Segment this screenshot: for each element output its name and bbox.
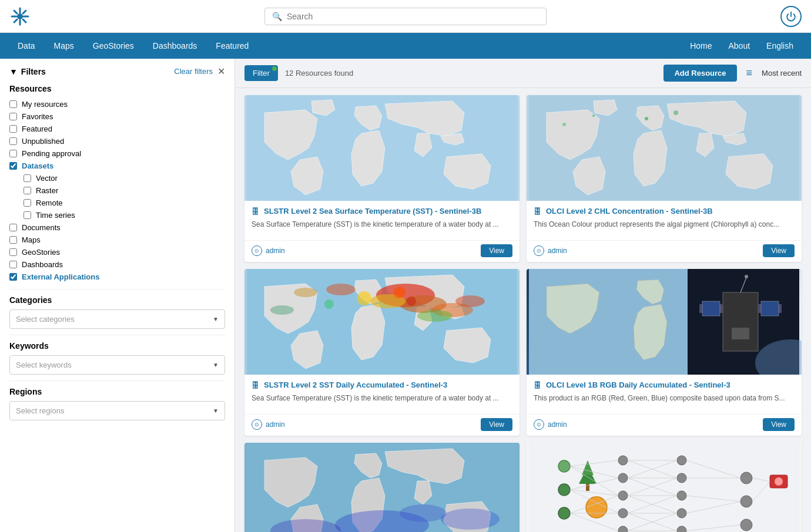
categories-dropdown[interactable]: Select categories ▼ xyxy=(9,309,225,329)
card-author-2: ⊙ admin xyxy=(534,245,567,256)
card-image-1 xyxy=(244,95,520,201)
checkbox-documents[interactable]: Documents xyxy=(9,221,225,234)
svg-point-13 xyxy=(673,110,678,115)
view-button-2[interactable]: View xyxy=(763,244,795,257)
card-image-4 xyxy=(527,269,802,375)
card-title-text-4: OLCI Level 1B RGB Daily Accumulated - Se… xyxy=(546,381,730,389)
filter-icon: ▼ xyxy=(9,67,18,76)
checkbox-time-series[interactable]: Time series xyxy=(24,209,225,221)
checkbox-featured[interactable]: Featured xyxy=(9,123,225,135)
checkbox-pending-approval-input[interactable] xyxy=(9,150,17,157)
svg-point-25 xyxy=(270,305,294,315)
svg-point-48 xyxy=(558,484,570,496)
svg-line-5 xyxy=(14,11,17,14)
checkbox-maps[interactable]: Maps xyxy=(9,234,225,246)
checkbox-remote-input[interactable] xyxy=(24,199,31,207)
search-box[interactable]: 🔍 xyxy=(264,8,547,25)
card-title-1: 🗄 SLSTR Level 2 Sea Surface Temperature … xyxy=(252,207,512,216)
svg-point-28 xyxy=(407,297,416,306)
clear-filters-button[interactable]: Clear filters xyxy=(174,67,213,76)
resources-section-title: Resources xyxy=(9,84,225,93)
checkbox-datasets-input[interactable] xyxy=(9,162,17,170)
checkbox-vector[interactable]: Vector xyxy=(24,172,225,184)
svg-point-55 xyxy=(677,456,686,465)
resource-card-2: 🗄 OLCI Level 2 CHL Concentration - Senti… xyxy=(527,95,802,262)
svg-point-26 xyxy=(357,291,371,305)
svg-point-47 xyxy=(558,460,570,472)
search-input[interactable] xyxy=(287,12,539,21)
svg-point-52 xyxy=(618,491,628,500)
power-button[interactable] xyxy=(780,6,802,27)
checkbox-documents-input[interactable] xyxy=(9,224,17,231)
checkbox-raster-input[interactable] xyxy=(24,187,31,194)
checkbox-geostories-input[interactable] xyxy=(9,248,17,256)
content-header: Filter 12 Resources found Add Resource ≡… xyxy=(235,59,811,88)
nav-item-dashboards[interactable]: Dashboards xyxy=(145,33,206,59)
svg-line-6 xyxy=(23,19,26,22)
checkbox-my-resources[interactable]: My resources xyxy=(9,98,225,110)
svg-point-53 xyxy=(618,509,628,518)
checkbox-time-series-input[interactable] xyxy=(24,211,31,219)
cards-grid: 🗄 SLSTR Level 2 Sea Surface Temperature … xyxy=(235,88,811,532)
svg-point-23 xyxy=(455,295,485,307)
search-wrapper: 🔍 xyxy=(40,8,771,25)
sort-label[interactable]: Most recent xyxy=(762,69,802,78)
checkbox-external-applications-input[interactable] xyxy=(9,273,17,281)
checkbox-favorites[interactable]: Favorites xyxy=(9,110,225,123)
checkbox-favorites-input[interactable] xyxy=(9,113,17,120)
checkbox-geostories[interactable]: GeoStories xyxy=(9,246,225,258)
checkbox-featured-input[interactable] xyxy=(9,125,17,133)
nav-item-geostories[interactable]: GeoStories xyxy=(85,33,142,59)
checkbox-vector-input[interactable] xyxy=(24,174,31,182)
filters-label: Filters xyxy=(21,67,46,76)
resource-card-6: AQ-Bench: A benchmark dataset for machin… xyxy=(527,443,802,532)
checkbox-remote[interactable]: Remote xyxy=(24,197,225,209)
checkbox-pending-approval[interactable]: Pending approval xyxy=(9,147,225,160)
author-name-1: admin xyxy=(266,247,285,255)
nav-item-home[interactable]: Home xyxy=(682,33,720,59)
svg-line-7 xyxy=(23,11,26,14)
checkbox-unpublished-input[interactable] xyxy=(9,137,17,145)
close-filters-button[interactable]: ✕ xyxy=(217,66,225,77)
card-image-3 xyxy=(244,269,520,375)
card-image-6 xyxy=(527,443,802,532)
checkbox-my-resources-input[interactable] xyxy=(9,100,17,108)
checkbox-unpublished[interactable]: Unpublished xyxy=(9,135,225,147)
checkbox-dashboards-input[interactable] xyxy=(9,261,17,268)
checkbox-external-applications[interactable]: External Applications xyxy=(9,271,225,283)
svg-point-49 xyxy=(558,507,570,519)
svg-point-62 xyxy=(740,519,752,531)
svg-point-27 xyxy=(394,287,406,298)
filter-active-dot xyxy=(272,66,277,71)
checkbox-maps-input[interactable] xyxy=(9,236,17,244)
checkbox-dashboards[interactable]: Dashboards xyxy=(9,258,225,271)
divider-3 xyxy=(9,381,225,381)
nav-item-data[interactable]: Data xyxy=(9,33,43,59)
card-title-3: 🗄 SLSTR Level 2 SST Daily Accumulated - … xyxy=(252,381,512,390)
categories-placeholder: Select categories xyxy=(16,315,75,324)
add-resource-button[interactable]: Add Resource xyxy=(663,65,736,82)
svg-point-60 xyxy=(740,472,752,484)
checkbox-datasets[interactable]: Datasets xyxy=(9,160,225,172)
card-author-3: ⊙ admin xyxy=(252,419,285,430)
search-icon: 🔍 xyxy=(272,12,282,21)
view-toggle-button[interactable]: ≡ xyxy=(744,65,755,82)
filter-button[interactable]: Filter xyxy=(244,65,278,81)
card-title-text-1: SLSTR Level 2 Sea Surface Temperature (S… xyxy=(264,207,481,216)
nav-item-featured[interactable]: Featured xyxy=(207,33,257,59)
nav-item-about[interactable]: About xyxy=(720,33,758,59)
card-title-2: 🗄 OLCI Level 2 CHL Concentration - Senti… xyxy=(534,207,795,216)
view-button-4[interactable]: View xyxy=(763,418,795,431)
resource-card-5: 🗄 OLCI Level 2 CHL Concentration Daily A… xyxy=(244,443,520,532)
nav-item-english[interactable]: English xyxy=(758,33,802,59)
regions-dropdown[interactable]: Select regions ▼ xyxy=(9,401,225,420)
keywords-dropdown[interactable]: Select keywords ▼ xyxy=(9,355,225,375)
checkbox-raster[interactable]: Raster xyxy=(24,184,225,197)
view-button-3[interactable]: View xyxy=(481,418,512,431)
view-button-1[interactable]: View xyxy=(481,244,512,257)
chevron-down-icon-2: ▼ xyxy=(213,362,219,368)
nav-item-maps[interactable]: Maps xyxy=(46,33,82,59)
card-desc-3: Sea Surface Temperature (SST) is the kin… xyxy=(252,393,512,403)
card-body-4: 🗄 OLCI Level 1B RGB Daily Accumulated - … xyxy=(527,375,802,414)
card-footer-1: ⊙ admin View xyxy=(244,240,520,262)
